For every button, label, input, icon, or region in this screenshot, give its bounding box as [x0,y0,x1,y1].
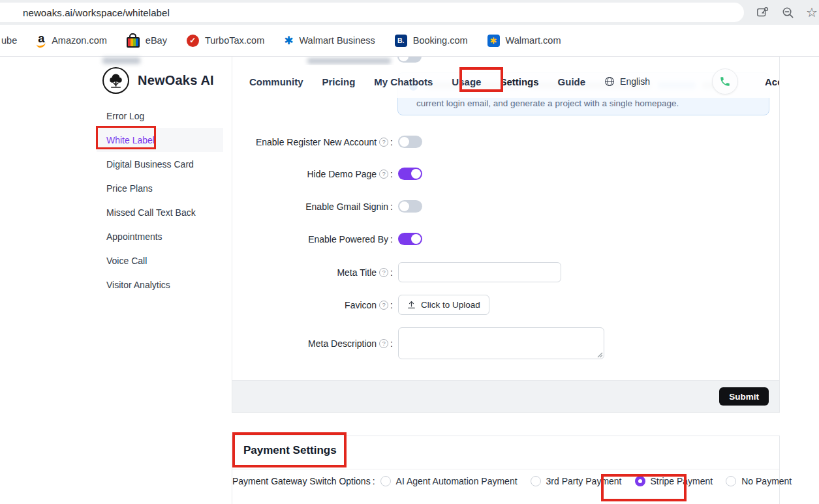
sidebar-item-visitor-analytics[interactable]: Visitor Analytics [97,273,223,297]
redacted-workspace-name [102,57,140,64]
language-selector[interactable]: English [604,76,650,87]
bookmark-walmart-business[interactable]: ✱ Walmart Business [284,35,375,46]
brand-row: NewOaks AI [102,67,214,94]
radio-ai-agent-automation-payment[interactable]: AI Agent Automation Payment [380,476,518,486]
phone-badge-icon[interactable] [712,68,738,95]
radio-circle [726,476,736,486]
toggle-enable-powered-by[interactable] [398,233,422,245]
bookmark-turbotax[interactable]: ✓ TurboTax.com [187,35,264,47]
divider [232,469,779,469]
account-menu[interactable]: Account → [765,76,780,87]
help-icon[interactable]: ? [379,170,388,179]
app-top-nav: Community Pricing My Chatbots Usage Sett… [232,65,779,98]
bookmark-star-icon[interactable]: ☆ [806,6,818,19]
nav-settings[interactable]: Settings [500,76,538,87]
sidebar-item-price-plans[interactable]: Price Plans [97,176,223,200]
share-key-icon[interactable] [756,5,770,20]
card-footer: Submit [232,380,779,412]
bookmark-booking[interactable]: B. Booking.com [395,35,468,47]
nav-community[interactable]: Community [249,76,303,87]
redacted-cutoff-label [307,58,391,64]
radio-circle [531,476,541,486]
toggle-enable-gmail-signin[interactable] [398,200,422,213]
sidebar-item-appointments[interactable]: Appointments [97,224,223,248]
upload-icon [407,301,416,309]
sidebar: NewOaks AI Error Log White Label Digital… [97,57,223,504]
form-row-meta-description: Meta Description ? : [232,327,779,359]
page-url: newoaks.ai/workspace/whitelabel [23,7,170,18]
form-row-meta-title: Meta Title ? : [232,262,779,282]
sidebar-item-error-log[interactable]: Error Log [97,104,223,128]
cutoff-toggle[interactable] [397,57,422,63]
bookmark-ebay[interactable]: eBay [127,34,167,48]
help-icon[interactable]: ? [379,339,388,348]
turbotax-check-icon: ✓ [187,35,199,47]
radio-no-payment[interactable]: No Payment [726,476,792,486]
nav-usage[interactable]: Usage [452,76,481,87]
globe-icon [604,76,615,87]
bookmark-walmart-com[interactable]: ✱ Walmart.com [487,35,561,47]
sidebar-item-white-label[interactable]: White Label [97,128,223,152]
bookmark-youtube-cutoff[interactable]: ube [1,35,17,46]
help-icon[interactable]: ? [379,138,388,147]
browser-toolbar-icons: ☆ [756,0,818,25]
payment-gateway-row: Payment Gateway Switch Options : AI Agen… [232,476,779,486]
radio-stripe-payment[interactable]: Stripe Payment [635,476,713,486]
submit-button[interactable]: Submit [719,387,769,406]
form-row-powered-by: Enable Powered By : [232,233,779,245]
radio-circle [380,476,391,486]
brand-name: NewOaks AI [138,73,214,88]
nav-my-chatbots[interactable]: My Chatbots [374,76,433,87]
favicon-upload-button[interactable]: Click to Upload [398,295,489,315]
radio-circle-selected [635,476,645,486]
nav-pricing[interactable]: Pricing [322,76,356,87]
sidebar-menu: Error Log White Label Digital Business C… [97,104,223,297]
ebay-bag-icon [127,34,140,48]
booking-icon: B. [395,35,407,47]
toggle-enable-register-new-account[interactable] [398,136,422,148]
meta-description-textarea[interactable] [398,327,604,359]
nav-guide[interactable]: Guide [558,76,586,87]
meta-title-input[interactable] [398,262,561,282]
zoom-out-icon[interactable] [781,6,795,20]
form-row-favicon: Favicon ? : Click to Upload [232,295,779,315]
form-row-hide-demo: Hide Demo Page ? : [232,168,779,180]
amazon-icon: a [37,33,46,48]
sidebar-item-digital-business-card[interactable]: Digital Business Card [97,152,223,176]
whitelabel-settings-card: current login email, and generate a proj… [232,57,780,413]
walmart-blue-spark-icon: ✱ [284,35,293,46]
radio-3rd-party-payment[interactable]: 3rd Party Payment [531,476,622,486]
screenshot-root: newoaks.ai/workspace/whitelabel ☆ ube [0,0,819,504]
newoaks-tree-logo-icon [102,67,129,94]
url-bar[interactable]: newoaks.ai/workspace/whitelabel [0,3,744,22]
toggle-hide-demo-page[interactable] [398,168,422,180]
form-row-enable-register: Enable Register New Account ? : [232,136,779,148]
sidebar-item-missed-call-text-back[interactable]: Missed Call Text Back [97,200,223,224]
bookmarks-bar: ube a Amazon.com eBay ✓ TurboTax.com ✱ W… [0,25,819,57]
alert-text: current login email, and generate a proj… [416,98,679,108]
payment-radio-group: AI Agent Automation Payment 3rd Party Pa… [380,476,792,486]
sidebar-item-voice-call[interactable]: Voice Call [97,248,223,273]
language-label: English [620,76,650,87]
app-viewport: NewOaks AI Error Log White Label Digital… [0,57,819,504]
help-icon[interactable]: ? [379,268,388,277]
browser-chrome: newoaks.ai/workspace/whitelabel ☆ [0,0,819,25]
form-row-gmail-signin: Enable Gmail Signin : [232,200,779,213]
help-icon[interactable]: ? [379,301,388,310]
payment-settings-title: Payment Settings [243,444,337,457]
bookmark-amazon[interactable]: a Amazon.com [37,33,107,48]
payment-settings-card: Payment Settings Payment Gateway Switch … [232,436,780,504]
walmart-yellow-spark-icon: ✱ [487,35,500,47]
